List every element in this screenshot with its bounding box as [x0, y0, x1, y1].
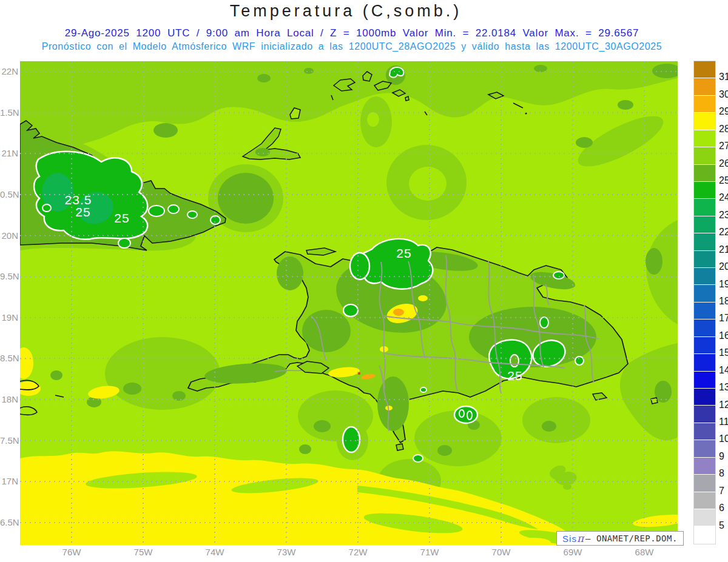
colorbar-tick-label: 28: [719, 124, 728, 135]
colorbar-cell: [694, 61, 715, 78]
colorbar-tick-label: 5: [719, 520, 728, 531]
lat-tick-label: 0.5N: [0, 189, 18, 199]
colorbar-labels: 3130292827262524232221201918171615141312…: [719, 0, 728, 562]
colorbar-cell: [694, 199, 715, 216]
colorbar-cell: [694, 389, 715, 406]
colorbar-cell: [694, 233, 715, 250]
colorbar-tick-label: 17: [719, 313, 728, 324]
colorbar-tick-label: 7: [719, 486, 728, 497]
colorbar-tick-label: 20: [719, 261, 728, 272]
colorbar-cell: [694, 285, 715, 302]
lon-tick-label: 75W: [131, 547, 155, 557]
lon-tick-label: 71W: [417, 547, 442, 557]
lon-tick-label: 68W: [632, 547, 656, 557]
colorbar-tick-label: 11: [719, 416, 728, 427]
lon-tick-label: 73W: [274, 547, 298, 557]
lat-tick-label: 21N: [0, 148, 18, 158]
lon-tick-label: 70W: [489, 547, 513, 557]
colorbar-tick-label: 19: [719, 279, 728, 290]
watermark: Sis π – ONAMET/REP.DOM.: [556, 531, 684, 546]
colorbar: [693, 61, 716, 544]
lat-tick-label: 22N: [0, 66, 18, 76]
colorbar-tick-label: 30: [719, 89, 728, 100]
colorbar-tick-label: 26: [719, 158, 728, 169]
lon-tick-label: 76W: [59, 547, 84, 557]
colorbar-cell: [694, 423, 715, 440]
colorbar-cell: [694, 492, 715, 509]
colorbar-tick-label: 12: [719, 400, 728, 410]
colorbar-tick-label: 18: [719, 296, 728, 307]
colorbar-cell: [694, 458, 715, 475]
colorbar-tick-label: 27: [719, 141, 728, 152]
colorbar-tick-label: 22: [719, 227, 728, 238]
colorbar-cell: [694, 96, 715, 113]
colorbar-cell: [694, 147, 715, 164]
lat-tick-label: 9.5N: [0, 271, 18, 281]
colorbar-tick-label: 24: [719, 192, 728, 203]
colorbar-cell: [694, 337, 715, 354]
colorbar-tick-label: 13: [719, 382, 728, 393]
colorbar-cell: [694, 526, 715, 543]
watermark-sis: Sis: [562, 534, 577, 544]
colorbar-tick-label: 16: [719, 330, 728, 341]
colorbar-cell: [694, 509, 715, 526]
colorbar-tick-label: 29: [719, 106, 728, 117]
colorbar-cell: [694, 113, 715, 130]
colorbar-tick-label: 10: [719, 433, 728, 444]
lat-tick-label: 19N: [0, 312, 18, 323]
lat-axis: 22N1.5N21N0.5N20N9.5N19N8.5N18N7.5N17N6.…: [0, 0, 18, 562]
colorbar-cell: [694, 268, 715, 285]
lon-tick-label: 69W: [561, 547, 585, 557]
colorbar-tick-label: 15: [719, 347, 728, 358]
colorbar-tick-label: 14: [719, 365, 728, 376]
lon-tick-label: 72W: [346, 547, 370, 557]
colorbar-cell: [694, 303, 715, 319]
lat-tick-label: 1.5N: [0, 107, 18, 118]
colorbar-cell: [694, 182, 715, 199]
lat-tick-label: 20N: [0, 230, 18, 241]
lat-tick-label: 17N: [0, 476, 18, 486]
colorbar-tick-label: 23: [719, 210, 728, 221]
colorbar-cell: [694, 78, 715, 95]
colorbar-tick-label: 31: [719, 72, 728, 82]
colorbar-cell: [694, 216, 715, 233]
colorbar-cell: [694, 354, 715, 371]
colorbar-tick-label: 21: [719, 244, 728, 255]
colorbar-cell: [694, 440, 715, 457]
colorbar-cell: [694, 372, 715, 389]
lon-tick-label: 74W: [203, 547, 227, 557]
lat-tick-label: 18N: [0, 394, 18, 404]
colorbar-cell: [694, 165, 715, 182]
colorbar-tick-label: 9: [719, 451, 728, 462]
colorbar-tick-label: 25: [719, 175, 728, 186]
watermark-text: – ONAMET/REP.DOM.: [585, 534, 678, 543]
pi-icon: π: [577, 534, 584, 544]
colorbar-cell: [694, 130, 715, 147]
lat-tick-label: 8.5N: [0, 353, 18, 363]
colorbar-cell: [694, 251, 715, 268]
lat-tick-label: 7.5N: [0, 435, 18, 446]
lon-axis: 76W75W74W73W72W71W70W69W68W: [20, 0, 678, 562]
colorbar-cell: [694, 406, 715, 423]
lat-tick-label: 6.5N: [0, 517, 18, 527]
weather-map-page: Temperatura (C,somb.) 29-Ago-2025 1200 U…: [0, 0, 728, 562]
colorbar-cell: [694, 319, 715, 336]
colorbar-cell: [694, 475, 715, 492]
colorbar-tick-label: 8: [719, 468, 728, 479]
colorbar-tick-label: 6: [719, 503, 728, 513]
